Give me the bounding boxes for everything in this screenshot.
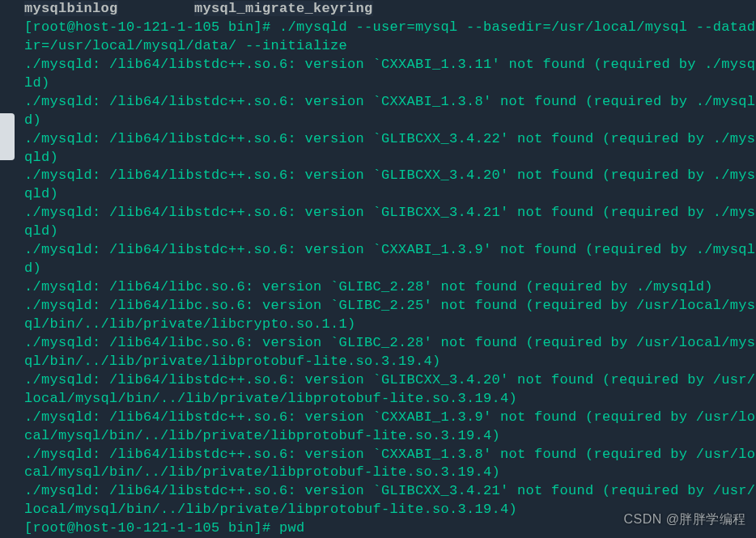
error-line: ./mysqld: /lib64/libstdc++.so.6: version… <box>24 409 756 446</box>
command-line-1: [root@host-10-121-1-105 bin]# ./mysqld -… <box>24 19 756 56</box>
error-line: ./mysqld: /lib64/libstdc++.so.6: version… <box>24 56 756 93</box>
error-line: ./mysqld: /lib64/libc.so.6: version `GLI… <box>24 334 756 371</box>
error-line: ./mysqld: /lib64/libc.so.6: version `GLI… <box>24 278 756 297</box>
error-line: ./mysqld: /lib64/libstdc++.so.6: version… <box>24 204 756 241</box>
error-line: ./mysqld: /lib64/libstdc++.so.6: version… <box>24 93 756 130</box>
header-commands: mysqlbinlog mysql_migrate_keyring <box>24 0 756 19</box>
terminal-output[interactable]: mysqlbinlog mysql_migrate_keyring [root@… <box>0 0 756 538</box>
shell-prompt: [root@host-10-121-1-105 bin]# <box>24 520 279 536</box>
error-line: ./mysqld: /lib64/libstdc++.so.6: version… <box>24 167 756 204</box>
error-line: ./mysqld: /lib64/libstdc++.so.6: version… <box>24 446 756 483</box>
shell-prompt: [root@host-10-121-1-105 bin]# <box>24 19 279 35</box>
error-line: ./mysqld: /lib64/libc.so.6: version `GLI… <box>24 297 756 334</box>
edge-tab <box>0 113 15 160</box>
watermark: CSDN @胖胖学编程 <box>623 510 746 528</box>
cmd-mysqlbinlog: mysqlbinlog <box>24 1 118 16</box>
cmd-mysql-migrate-keyring: mysql_migrate_keyring <box>194 1 373 16</box>
error-line: ./mysqld: /lib64/libstdc++.so.6: version… <box>24 130 756 167</box>
error-line: ./mysqld: /lib64/libstdc++.so.6: version… <box>24 241 756 278</box>
error-line: ./mysqld: /lib64/libstdc++.so.6: version… <box>24 371 756 409</box>
pwd-command: pwd <box>279 520 305 536</box>
